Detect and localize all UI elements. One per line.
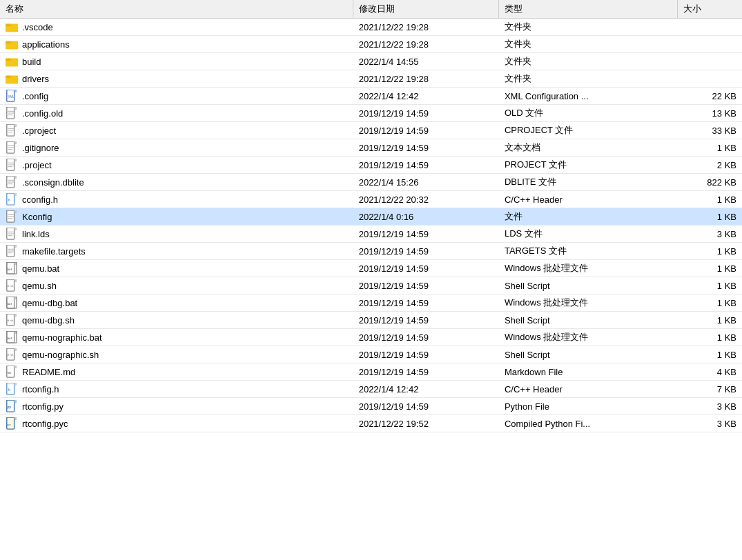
col-header-type[interactable]: 类型 <box>499 0 677 19</box>
file-size-cell: 1 KB <box>677 277 742 294</box>
file-type-cell: Shell Script <box>499 277 677 294</box>
table-row[interactable]: # sh qemu-dbg.sh2019/12/19 14:59Shell Sc… <box>0 312 742 329</box>
table-row[interactable]: py rtconfig.py2019/12/19 14:59Python Fil… <box>0 398 742 415</box>
table-row[interactable]: .gitignore2019/12/19 14:59文本文档1 KB <box>0 139 742 157</box>
file-type-cell: 文件夹 <box>499 53 677 70</box>
shell-icon: # sh <box>6 348 18 361</box>
table-row[interactable]: # sh qemu-nographic.sh2019/12/19 14:59Sh… <box>0 346 742 363</box>
file-type-cell: Windows 批处理文件 <box>499 294 677 312</box>
file-type-cell: Compiled Python Fi... <box>499 415 677 432</box>
file-name-label: link.lds <box>22 229 50 239</box>
svg-rect-62 <box>14 228 17 230</box>
file-type-cell: C/C++ Header <box>499 381 677 398</box>
table-row[interactable]: .config.old2019/12/19 14:59OLD 文件13 KB <box>0 105 742 122</box>
table-row[interactable]: .cproject2019/12/19 14:59CPROJECT 文件33 K… <box>0 122 742 139</box>
file-icon <box>6 176 18 188</box>
col-header-name[interactable]: 名称 <box>0 0 353 19</box>
file-size-cell: 2 KB <box>677 157 742 174</box>
file-date-cell: 2022/1/4 14:55 <box>353 53 499 70</box>
table-row[interactable]: # sh qemu.sh2019/12/19 14:59Shell Script… <box>0 277 742 294</box>
bat-icon: bat <box>6 262 18 274</box>
file-size-cell: 1 KB <box>677 329 742 346</box>
file-date-cell: 2021/12/22 19:28 <box>353 36 499 53</box>
file-name-label: rtconfig.pyc <box>22 419 68 429</box>
table-row[interactable]: makefile.targets2019/12/19 14:59TARGETS … <box>0 243 742 260</box>
file-name-label: drivers <box>22 74 49 84</box>
table-row[interactable]: drivers2021/12/22 19:28文件夹 <box>0 70 742 88</box>
python-icon: py <box>6 400 18 412</box>
file-name-label: .cproject <box>22 126 56 136</box>
file-date-cell: 2022/1/4 15:26 <box>353 174 499 191</box>
file-size-cell: 1 KB <box>677 191 742 208</box>
table-row[interactable]: MD README.md2019/12/19 14:59Markdown Fil… <box>0 363 742 381</box>
file-type-cell: Shell Script <box>499 346 677 363</box>
table-row[interactable]: XML .config2022/1/4 12:42XML Configurati… <box>0 88 742 105</box>
file-name-label: qemu.sh <box>22 281 57 291</box>
table-row[interactable]: .vscode2021/12/22 19:28文件夹 <box>0 19 742 36</box>
table-row[interactable]: bat qemu.bat2019/12/19 14:59Windows 批处理文… <box>0 260 742 277</box>
file-size-cell: 1 KB <box>677 312 742 329</box>
table-header: 名称 修改日期 类型 大小 <box>0 0 742 19</box>
table-row[interactable]: bat qemu-nographic.bat2019/12/19 14:59Wi… <box>0 329 742 346</box>
table-row[interactable]: applications2021/12/22 19:28文件夹 <box>0 36 742 53</box>
file-name-label: build <box>22 57 41 67</box>
table-row[interactable]: pyc rtconfig.pyc2021/12/22 19:52Compiled… <box>0 415 742 432</box>
file-name-cell: MD README.md <box>0 363 353 381</box>
bat-icon: bat <box>6 331 18 343</box>
file-name-cell: .config.old <box>0 105 353 122</box>
file-type-cell: C/C++ Header <box>499 191 677 208</box>
file-date-cell: 2019/12/19 14:59 <box>353 260 499 277</box>
table-row[interactable]: h rtconfig.h2022/1/4 12:42C/C++ Header7 … <box>0 381 742 398</box>
txt-icon <box>6 141 18 154</box>
file-size-cell: 1 KB <box>677 208 742 226</box>
table-row[interactable]: .project2019/12/19 14:59PROJECT 文件2 KB <box>0 157 742 174</box>
table-row[interactable]: bat qemu-dbg.bat2019/12/19 14:59Windows … <box>0 294 742 312</box>
file-type-cell: LDS 文件 <box>499 226 677 243</box>
file-name-label: .config.old <box>22 108 63 119</box>
file-date-cell: 2019/12/19 14:59 <box>353 346 499 363</box>
svg-rect-11 <box>6 59 11 61</box>
svg-rect-52 <box>14 193 17 196</box>
table-row[interactable]: link.lds2019/12/19 14:59LDS 文件3 KB <box>0 226 742 243</box>
file-date-cell: 2019/12/19 14:59 <box>353 312 499 329</box>
file-name-cell: applications <box>0 36 353 53</box>
file-size-cell: 3 KB <box>677 226 742 243</box>
table-row[interactable]: h cconfig.h2021/12/22 20:32C/C++ Header1… <box>0 191 742 208</box>
file-size-cell: 1 KB <box>677 243 742 260</box>
file-date-cell: 2019/12/19 14:59 <box>353 157 499 174</box>
svg-rect-79 <box>14 279 17 282</box>
file-name-cell: link.lds <box>0 226 353 243</box>
col-header-size[interactable]: 大小 <box>677 0 742 19</box>
file-name-cell: .vscode <box>0 19 353 36</box>
svg-rect-46 <box>14 176 17 179</box>
table-row[interactable]: build2022/1/4 14:55文件夹 <box>0 53 742 70</box>
md-icon: MD <box>6 366 18 378</box>
file-size-cell: 3 KB <box>677 415 742 432</box>
file-name-label: .config <box>22 91 48 101</box>
file-date-cell: 2021/12/22 19:52 <box>353 415 499 432</box>
file-type-cell: TARGETS 文件 <box>499 243 677 260</box>
shell-icon: # sh <box>6 314 18 326</box>
file-icon <box>6 107 18 119</box>
file-name-cell: # sh qemu.sh <box>0 277 353 294</box>
table-row[interactable]: .sconsign.dblite2022/1/4 15:26DBLITE 文件8… <box>0 174 742 191</box>
file-date-cell: 2019/12/19 14:59 <box>353 398 499 415</box>
svg-rect-68 <box>14 245 17 248</box>
col-header-date[interactable]: 修改日期 <box>353 0 499 19</box>
file-date-cell: 2019/12/19 14:59 <box>353 105 499 122</box>
file-date-cell: 2019/12/19 14:59 <box>353 329 499 346</box>
file-icon <box>6 228 18 240</box>
file-type-cell: 文件夹 <box>499 36 677 53</box>
svg-rect-15 <box>6 76 11 78</box>
file-date-cell: 2019/12/19 14:59 <box>353 294 499 312</box>
svg-rect-56 <box>14 210 17 213</box>
file-type-cell: XML Configuration ... <box>499 88 677 105</box>
file-date-cell: 2019/12/19 14:59 <box>353 226 499 243</box>
folder-icon <box>6 55 18 68</box>
file-size-cell: 13 KB <box>677 105 742 122</box>
table-row[interactable]: Kconfig2022/1/4 0:16文件1 KB <box>0 208 742 226</box>
file-type-cell: CPROJECT 文件 <box>499 122 677 139</box>
svg-rect-18 <box>14 90 17 92</box>
file-name-cell: h cconfig.h <box>0 191 353 208</box>
file-name-cell: bat qemu-dbg.bat <box>0 294 353 312</box>
